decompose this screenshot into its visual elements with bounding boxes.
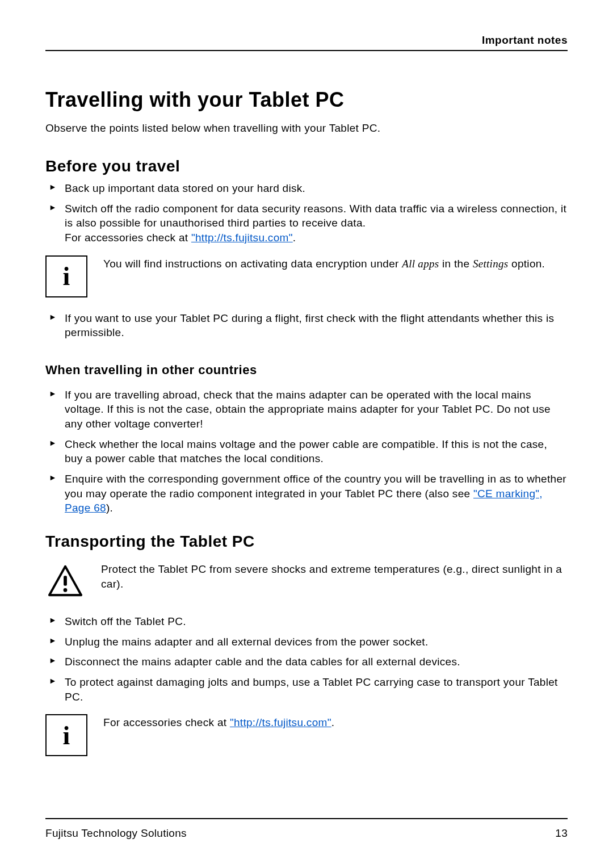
section-heading-before-travel: Before you travel — [45, 157, 568, 175]
warning-text: Protect the Tablet PC from severe shocks… — [101, 561, 568, 591]
warning-icon — [45, 561, 85, 601]
page-title: Travelling with your Tablet PC — [45, 88, 568, 112]
svg-point-2 — [64, 588, 68, 592]
transport-list: Switch off the Tablet PC. Unplug the mai… — [45, 614, 568, 704]
note-fragment: You will find instructions on activating… — [103, 258, 402, 270]
before-travel-list: Back up important data stored on your ha… — [45, 181, 568, 245]
page-footer: Fujitsu Technology Solutions 13 — [45, 818, 568, 840]
list-item: Unplug the mains adapter and all externa… — [45, 635, 568, 649]
page-number: 13 — [555, 827, 568, 840]
subsection-heading-countries: When travelling in other countries — [45, 363, 568, 378]
list-item: To protect against damaging jolts and bu… — [45, 675, 568, 704]
list-item: Disconnect the mains adapter cable and t… — [45, 655, 568, 669]
header-label: Important notes — [45, 34, 568, 47]
emphasis-settings: Settings — [473, 258, 509, 270]
list-text: For accessories check at — [65, 232, 191, 244]
note-fragment: option. — [508, 258, 545, 270]
list-item: Enquire with the corresponding governmen… — [45, 472, 568, 515]
list-item: Check whether the local mains voltage an… — [45, 437, 568, 466]
section-heading-transporting: Transporting the Tablet PC — [45, 532, 568, 551]
list-item: Switch off the radio component for data … — [45, 202, 568, 245]
list-text: ). — [106, 502, 113, 514]
before-travel-list-2: If you want to use your Tablet PC during… — [45, 311, 568, 340]
info-icon: i — [45, 714, 87, 756]
info-note-2: i For accessories check at "http://ts.fu… — [45, 714, 568, 756]
svg-rect-1 — [64, 576, 67, 585]
info-note: i You will find instructions on activati… — [45, 255, 568, 297]
footer-publisher: Fujitsu Technology Solutions — [45, 827, 187, 840]
note-fragment: . — [331, 716, 335, 728]
countries-list: If you are travelling abroad, check that… — [45, 388, 568, 515]
ce-marking-page-link[interactable]: 68 — [94, 502, 106, 514]
list-item: If you want to use your Tablet PC during… — [45, 311, 568, 340]
note-text: For accessories check at "http://ts.fuji… — [103, 714, 334, 730]
accessories-link-2[interactable]: "http://ts.fujitsu.com" — [230, 716, 331, 728]
note-fragment: in the — [439, 258, 472, 270]
info-icon: i — [45, 255, 87, 297]
warning-note: Protect the Tablet PC from severe shocks… — [45, 561, 568, 601]
list-item: Back up important data stored on your ha… — [45, 181, 568, 196]
accessories-link[interactable]: "http://ts.fujitsu.com" — [191, 232, 293, 244]
note-fragment: For accessories check at — [103, 716, 230, 728]
list-text: Switch off the radio component for data … — [65, 203, 566, 229]
list-item: Switch off the Tablet PC. — [45, 614, 568, 629]
intro-paragraph: Observe the points listed below when tra… — [45, 122, 568, 135]
emphasis-all-apps: All apps — [402, 258, 439, 270]
list-item: If you are travelling abroad, check that… — [45, 388, 568, 431]
footer-rule — [45, 818, 568, 819]
list-text: . — [293, 232, 296, 244]
header-rule — [45, 50, 568, 51]
note-text: You will find instructions on activating… — [103, 255, 545, 271]
